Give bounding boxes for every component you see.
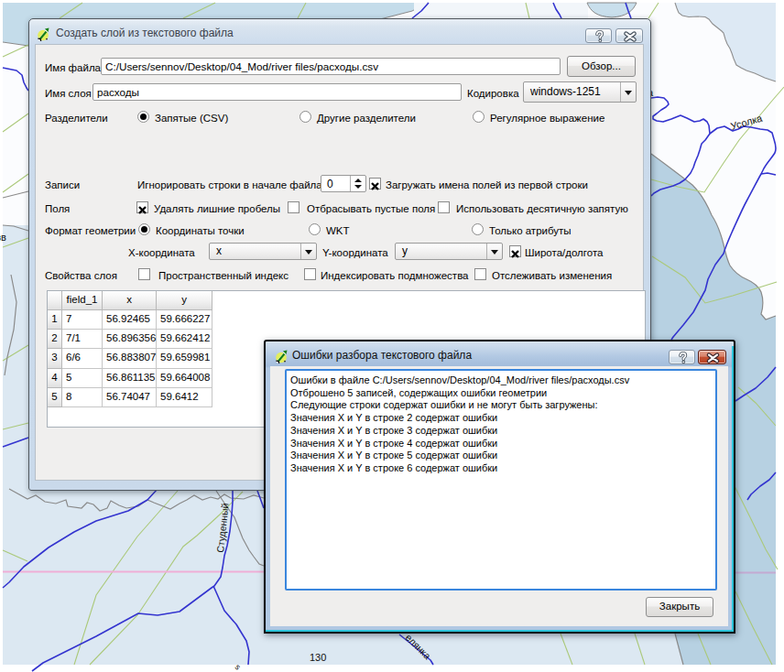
svg-text:130: 130: [310, 652, 326, 663]
svg-text:зв: зв: [0, 232, 6, 243]
